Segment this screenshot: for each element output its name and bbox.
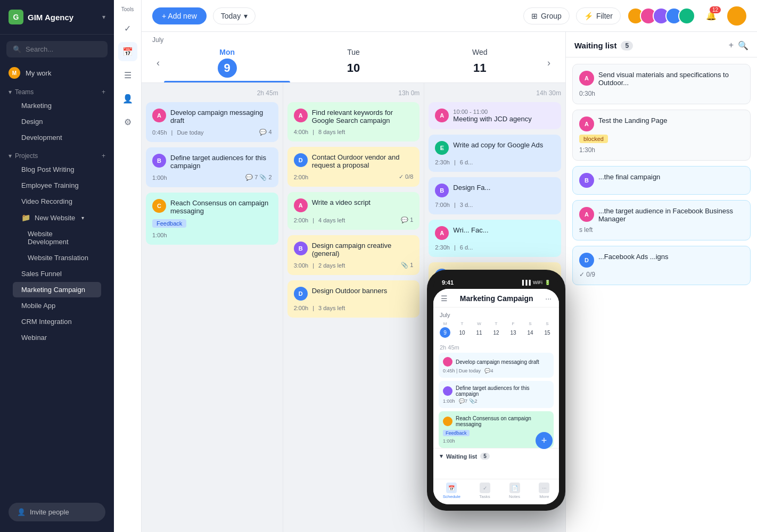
phone-day-sun[interactable]: S15 — [542, 321, 553, 338]
day-label-tue: Tue — [290, 48, 416, 56]
brand-chevron-icon[interactable]: ▾ — [102, 13, 105, 21]
phone-day-sat[interactable]: S14 — [525, 321, 536, 338]
phone-menu-icon[interactable]: ☰ — [441, 294, 448, 303]
waiting-list-item[interactable]: A Send visual materials and specificatio… — [572, 64, 751, 104]
sidebar-item-website-translation[interactable]: Website Translation — [13, 250, 101, 265]
waiting-list-item[interactable]: B ...the final campaign — [572, 166, 751, 195]
phone-day-mon[interactable]: M9 — [440, 321, 450, 338]
phone-tab-more[interactable]: ··· More — [539, 483, 549, 499]
user-avatar[interactable] — [727, 6, 746, 26]
phone-bottom-bar: 📅 Schedule ✓ Tasks 📄 Notes ··· More — [433, 479, 559, 504]
sidebar-item-employee-training[interactable]: Employee Training — [13, 178, 101, 193]
sidebar-item-video-recording[interactable]: Video Recording — [13, 194, 101, 209]
phone-wl-chevron-icon[interactable]: ▾ — [440, 453, 443, 460]
task-title: Design Fa... — [453, 184, 555, 192]
sidebar-item-website-development[interactable]: Website Development — [13, 226, 101, 250]
task-separator: | — [454, 244, 456, 251]
invite-people-button[interactable]: 👤 Invite people — [9, 503, 105, 521]
task-card[interactable]: B Define target audiences for this campa… — [146, 147, 278, 187]
notification-button[interactable]: 🔔 12 — [702, 6, 721, 26]
my-work-item[interactable]: M My work — [0, 62, 114, 84]
phone-task-card[interactable]: Define target audiences for this campaig… — [439, 381, 554, 408]
phone-day-thu[interactable]: T12 — [491, 321, 501, 338]
task-card[interactable]: A Write a video script 2:00h | 4 days le… — [287, 192, 420, 230]
day-duration-mon: 2h 45m — [146, 89, 278, 97]
phone-tab-schedule[interactable]: 📅 Schedule — [443, 483, 460, 499]
next-day-button[interactable]: › — [543, 53, 555, 73]
add-new-button[interactable]: + Add new — [152, 7, 207, 24]
search-bar[interactable]: 🔍 Search... — [6, 41, 108, 57]
sidebar-item-development[interactable]: Development — [13, 130, 101, 145]
task-card[interactable]: B Design campaign creative (general) 3:0… — [287, 235, 420, 275]
prev-day-button[interactable]: ‹ — [152, 53, 164, 73]
sidebar-item-mobile-app[interactable]: Mobile App — [13, 298, 101, 313]
task-avatar: B — [152, 154, 166, 168]
phone-more-icon[interactable]: ··· — [545, 294, 552, 303]
phone-day-fri[interactable]: F13 — [508, 321, 519, 338]
phone-more-label: More — [539, 494, 549, 499]
phone-tab-notes[interactable]: 📄 Notes — [509, 483, 520, 499]
teams-add-icon[interactable]: + — [102, 88, 105, 96]
task-meta: 2:30h | 6 d... — [435, 244, 555, 251]
calendar-day-wed[interactable]: Wed 11 — [417, 44, 543, 82]
task-avatar: D — [294, 287, 308, 301]
add-waiting-list-button[interactable]: + — [729, 40, 734, 51]
search-icon: 🔍 — [13, 45, 21, 53]
sidebar-item-webinar[interactable]: Webinar — [13, 330, 101, 345]
task-card[interactable]: D Contact Ourdoor vendor and request a p… — [287, 147, 420, 187]
task-card[interactable]: A Wri... Fac... 2:30h | 6 d... — [429, 220, 561, 257]
projects-add-icon[interactable]: + — [102, 152, 105, 160]
day-column-mon: 2h 45m A Develop campaign messaging draf… — [142, 83, 283, 532]
tool-person[interactable]: 👤 — [118, 89, 137, 108]
avatar-5[interactable] — [678, 7, 695, 24]
task-meta: 1:00h 💬 7 📎 2 — [152, 174, 272, 181]
task-card[interactable]: A 10:00 - 11:00 Meeting with JCD agency — [429, 102, 561, 129]
task-card[interactable]: D Design Outdoor banners 2:00h | 3 days … — [287, 280, 420, 318]
task-comments: 💬 1 — [401, 217, 413, 223]
sidebar-item-sales-funnel[interactable]: Sales Funnel — [13, 266, 101, 281]
search-waiting-list-button[interactable]: 🔍 — [738, 40, 748, 51]
task-card[interactable]: B Design Fa... 7:00h | 3 d... — [429, 177, 561, 214]
sidebar-item-marketing-campaign[interactable]: Marketing Campaign — [13, 282, 101, 297]
phone-fab-button[interactable]: + — [536, 432, 553, 449]
filter-label: Filter — [596, 12, 613, 20]
tool-calendar[interactable]: 📅 — [118, 42, 137, 61]
sidebar-item-marketing[interactable]: Marketing — [13, 98, 101, 113]
task-comments: 💬 7 📎 2 — [245, 174, 271, 181]
calendar-day-tue[interactable]: Tue 10 — [290, 44, 416, 82]
sidebar-item-design[interactable]: Design — [13, 114, 101, 129]
task-separator: | — [312, 129, 314, 135]
wl-card-time: 0:30h — [579, 90, 744, 97]
task-avatar: A — [294, 109, 308, 122]
app-logo: G — [9, 10, 23, 24]
today-button[interactable]: Today ▾ — [213, 7, 256, 24]
waiting-list-item[interactable]: D ...Facebook Ads ...igns ✓ 0/9 — [572, 246, 751, 285]
task-card[interactable]: A Find relevant keywords for Google Sear… — [287, 102, 420, 142]
schedule-icon: 📅 — [446, 483, 457, 493]
today-chevron-icon: ▾ — [244, 12, 248, 20]
group-button[interactable]: ⊞ Group — [523, 7, 570, 24]
tool-check[interactable]: ✓ — [118, 19, 137, 38]
phone-day-tue[interactable]: T10 — [457, 321, 467, 338]
task-card[interactable]: A Develop campaign messaging draft 0:45h… — [146, 102, 278, 142]
sidebar-item-crm-integration[interactable]: CRM Integration — [13, 314, 101, 329]
phone-tab-tasks[interactable]: ✓ Tasks — [479, 483, 490, 499]
phone-notes-label: Notes — [509, 494, 520, 499]
tool-gear[interactable]: ⚙ — [118, 112, 137, 131]
task-card[interactable]: E Write ad copy for Google Ads 2:30h | 6… — [429, 135, 561, 172]
projects-header: ▾ Projects + — [9, 152, 105, 160]
tool-list[interactable]: ☰ — [118, 65, 137, 85]
phone-day-wed[interactable]: W11 — [474, 321, 484, 338]
task-card[interactable]: C Reach Consensus on campaign messaging … — [146, 193, 278, 245]
my-work-avatar: M — [9, 67, 20, 79]
new-website-label: New Website — [35, 214, 75, 222]
filter-button[interactable]: ⚡ Filter — [576, 7, 621, 24]
sidebar-item-blog-post-writing[interactable]: Blog Post Writing — [13, 162, 101, 177]
phone-task-card[interactable]: Develop campaign messaging draft 0:45h |… — [439, 353, 554, 378]
calendar-day-mon[interactable]: Mon 9 — [164, 44, 290, 82]
sidebar-item-new-website[interactable]: 📁 New Website ▾ — [13, 210, 101, 226]
waiting-list-item[interactable]: A ...the target audience in Facebook Bus… — [572, 200, 751, 240]
notes-icon: 📄 — [509, 483, 520, 493]
phone-fab-area: + — [433, 464, 559, 479]
waiting-list-item[interactable]: A Test the Landing Page blocked 1:30h — [572, 110, 751, 161]
